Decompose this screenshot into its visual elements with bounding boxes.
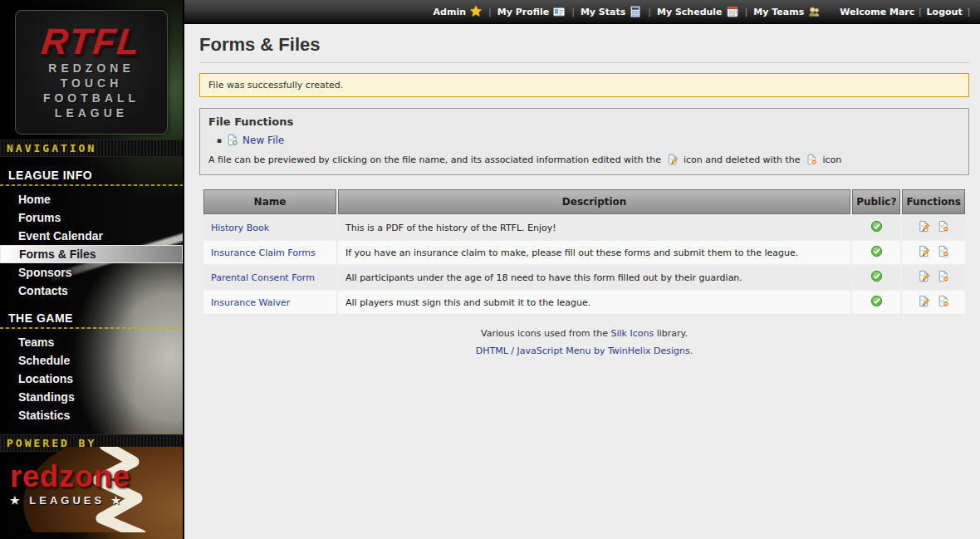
accept-icon <box>870 220 883 233</box>
accept-icon <box>870 245 883 257</box>
file-name-link[interactable]: Insurance Waiver <box>211 297 290 308</box>
separator: | <box>745 7 748 17</box>
column-header-public: Public? <box>852 189 900 214</box>
files-table: Name Description Public? Functions Histo… <box>202 188 967 316</box>
page-add-icon <box>226 134 238 146</box>
accept-icon <box>870 295 883 307</box>
nav-section-the-game: THE GAME Teams Schedule Locations Standi… <box>0 300 183 424</box>
delete-file-button[interactable] <box>937 299 949 310</box>
file-description: All participants under the age of 18 nee… <box>338 266 850 289</box>
edit-file-button[interactable] <box>918 224 930 235</box>
file-description: This is a PDF of the history of the RTFL… <box>338 216 850 239</box>
new-file-link[interactable]: New File <box>243 135 284 146</box>
edit-file-button[interactable] <box>918 249 930 260</box>
page-edit-icon <box>918 245 930 257</box>
bracket: [ <box>919 7 922 17</box>
nav-section-league-info: LEAGUE INFO Home Forums Event Calendar F… <box>0 157 183 300</box>
topbar: Admin | My Profile | My Stats | My Sched… <box>184 0 980 24</box>
navigation-label: NAVIGATION <box>7 142 96 154</box>
edit-file-button[interactable] <box>918 274 930 285</box>
title-divider <box>199 62 969 63</box>
calculator-icon <box>629 5 642 18</box>
rtfl-logo-line: REDZONE <box>16 61 167 76</box>
column-header-name: Name <box>203 189 336 214</box>
sidebar-item-teams[interactable]: Teams <box>0 333 183 351</box>
file-description: All players must sign this and submit it… <box>338 291 850 314</box>
rtfl-logo: RTFL REDZONE TOUCH FOOTBALL LEAGUE <box>15 10 168 135</box>
table-row: History Book This is a PDF of the histor… <box>203 216 965 239</box>
sidebar-item-locations[interactable]: Locations <box>0 370 183 388</box>
file-functions-help: A file can be previewed by clicking on t… <box>208 154 960 165</box>
sidebar-item-forums[interactable]: Forums <box>0 208 183 227</box>
topbar-my-stats[interactable]: My Stats <box>581 5 642 18</box>
twinhelix-credit-link[interactable]: DHTML / JavaScript Menu by TwinHelix Des… <box>476 345 693 356</box>
powered-by-logo-area[interactable]: redzone ★ LEAGUES ★ <box>0 452 183 532</box>
column-header-functions: Functions <box>902 189 965 214</box>
group-icon <box>807 5 821 18</box>
icons-credit: Various icons used from the Silk Icons l… <box>199 328 969 339</box>
separator: | <box>571 7 575 17</box>
table-row: Insurance Waiver All players must sign t… <box>203 291 965 314</box>
nav-underline <box>0 184 183 186</box>
redzone-leagues-text: ★ LEAGUES ★ <box>10 494 130 507</box>
file-functions-title: File Functions <box>208 115 960 128</box>
rtfl-logo-line: LEAGUE <box>16 105 167 120</box>
redzone-logo-text: redzone <box>10 462 130 492</box>
page-delete-icon <box>937 295 949 307</box>
delete-file-button[interactable] <box>937 274 949 285</box>
navigation-strip: NAVIGATION <box>0 140 183 157</box>
calendar-icon <box>726 5 739 18</box>
page-edit-icon <box>918 270 930 282</box>
success-notice: File was successfully created. <box>199 73 969 97</box>
file-functions-box: File Functions ▪ New File A file can be … <box>199 108 969 175</box>
file-name-link[interactable]: Parental Consent Form <box>211 272 315 283</box>
topbar-admin[interactable]: Admin <box>434 5 483 18</box>
file-name-link[interactable]: History Book <box>211 223 269 233</box>
page-delete-icon <box>937 220 949 233</box>
delete-file-button[interactable] <box>937 224 949 235</box>
accept-icon <box>870 270 883 282</box>
page-title: Forms & Files <box>199 34 969 56</box>
nav-underline <box>0 327 183 329</box>
page-delete-icon <box>937 270 949 282</box>
page-delete-icon <box>806 154 817 165</box>
vcard-icon <box>552 5 566 18</box>
table-row: Parental Consent Form All participants u… <box>203 266 965 289</box>
sidebar: RTFL REDZONE TOUCH FOOTBALL LEAGUE NAVIG… <box>0 0 184 539</box>
page-edit-icon <box>667 154 679 165</box>
rtfl-logo-line: TOUCH <box>16 76 167 91</box>
page-edit-icon <box>918 295 930 307</box>
nav-section-title: THE GAME <box>0 300 183 327</box>
sidebar-item-event-calendar[interactable]: Event Calendar <box>0 227 183 245</box>
bracket: ] <box>967 7 970 17</box>
column-header-description: Description <box>338 189 850 214</box>
file-name-link[interactable]: Insurance Claim Forms <box>211 247 316 258</box>
nav-section-title: LEAGUE INFO <box>0 157 183 184</box>
separator: | <box>648 7 651 17</box>
edit-file-button[interactable] <box>918 299 930 310</box>
silk-icons-link[interactable]: Silk Icons <box>611 328 654 339</box>
star-icon <box>469 5 483 18</box>
page-edit-icon <box>918 220 930 233</box>
sidebar-item-home[interactable]: Home <box>0 190 183 208</box>
sidebar-item-contacts[interactable]: Contacts <box>0 282 183 300</box>
list-bullet: ▪ <box>217 136 222 145</box>
rtfl-logo-acronym: RTFL <box>14 22 169 61</box>
sidebar-item-schedule[interactable]: Schedule <box>0 351 183 370</box>
topbar-my-profile[interactable]: My Profile <box>497 5 566 18</box>
table-row: Insurance Claim Forms If you have an ins… <box>203 241 965 264</box>
sidebar-item-standings[interactable]: Standings <box>0 388 183 406</box>
rtfl-logo-line: FOOTBALL <box>16 91 167 105</box>
welcome-text: Welcome Marc <box>840 7 914 17</box>
sidebar-item-sponsors[interactable]: Sponsors <box>0 263 183 282</box>
delete-file-button[interactable] <box>937 249 949 260</box>
sidebar-item-statistics[interactable]: Statistics <box>0 406 183 424</box>
page-delete-icon <box>937 245 949 257</box>
logout-link[interactable]: Logout <box>927 7 963 17</box>
topbar-my-schedule[interactable]: My Schedule <box>657 5 739 18</box>
file-description: If you have an insurance claim to make, … <box>338 241 850 264</box>
separator: | <box>488 7 492 17</box>
sidebar-item-forms-files[interactable]: Forms & Files <box>0 245 183 263</box>
main-area: Admin | My Profile | My Stats | My Sched… <box>184 0 980 539</box>
topbar-my-teams[interactable]: My Teams <box>753 5 821 18</box>
